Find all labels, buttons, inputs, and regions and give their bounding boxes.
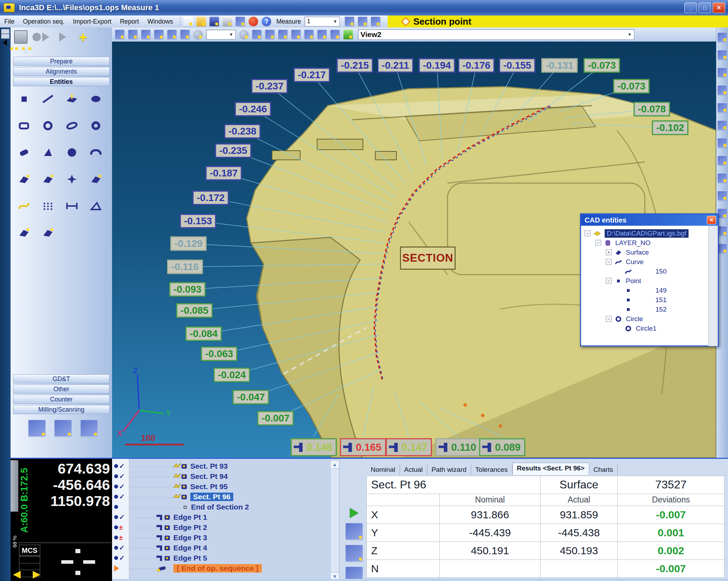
dock-handle-icon[interactable] bbox=[1, 34, 10, 39]
entity-angle-icon[interactable] bbox=[84, 197, 108, 215]
sequence-item[interactable]: ±Edge Pt 2 bbox=[112, 522, 340, 532]
entity-line-icon[interactable] bbox=[36, 90, 60, 108]
entity-point-vector-icon[interactable] bbox=[12, 170, 36, 188]
menu-operation-seq-[interactable]: Operation seq. bbox=[19, 17, 69, 27]
sequence-item[interactable]: ✓Edge Pt 1 bbox=[112, 512, 340, 522]
settings-gear-icon[interactable] bbox=[330, 30, 340, 39]
entity-star-icon[interactable] bbox=[60, 170, 84, 188]
collapse-icon[interactable]: − bbox=[585, 230, 591, 236]
entity-plane-icon[interactable] bbox=[60, 90, 84, 108]
run-icon[interactable] bbox=[59, 32, 66, 42]
results-tab-actual[interactable]: Actual bbox=[400, 464, 427, 475]
screen-capture-icon[interactable] bbox=[717, 226, 727, 236]
render-section-icon[interactable] bbox=[291, 30, 301, 39]
joystick-icon[interactable] bbox=[28, 420, 46, 437]
monitor-probe-icon[interactable] bbox=[252, 30, 262, 39]
chevron-down-icon[interactable]: ▼ bbox=[229, 32, 233, 37]
chevron-down-icon[interactable]: ▼ bbox=[628, 32, 632, 37]
entity-patch-icon[interactable] bbox=[12, 224, 36, 242]
close-button[interactable]: ✕ bbox=[712, 2, 725, 13]
add-icon[interactable]: + bbox=[79, 32, 87, 42]
cad-tree-item[interactable]: −Curve bbox=[581, 257, 718, 267]
new-document-icon[interactable] bbox=[183, 17, 193, 26]
print-icon[interactable] bbox=[222, 17, 232, 26]
entity-sphere-icon[interactable] bbox=[60, 144, 84, 161]
entity-edge-point-icon[interactable] bbox=[36, 170, 60, 188]
tab-alignments[interactable]: Alignments bbox=[13, 67, 110, 76]
coordinate-system-label[interactable]: MCS bbox=[19, 545, 40, 556]
results-tab-path-wizard[interactable]: Path wizard bbox=[427, 464, 471, 475]
entity-disc-icon[interactable] bbox=[84, 90, 108, 108]
collapse-panel-icon[interactable] bbox=[2, 39, 7, 46]
cad-tree-item[interactable]: 150 bbox=[581, 267, 718, 276]
calibration-icon[interactable] bbox=[235, 17, 245, 26]
select-plus-icon[interactable] bbox=[717, 85, 727, 95]
sheets-icon[interactable] bbox=[717, 208, 727, 218]
entity-circle-icon[interactable] bbox=[36, 117, 60, 135]
entity-point-icon[interactable] bbox=[12, 90, 36, 108]
select-probe-icon[interactable] bbox=[167, 30, 177, 39]
cad-tree-item[interactable]: −D:\Data\CAD\GPart.igs.bgf bbox=[581, 229, 718, 238]
transform-icon[interactable] bbox=[304, 30, 314, 39]
cube-view-icon[interactable] bbox=[717, 138, 727, 148]
select-window-icon[interactable] bbox=[717, 103, 727, 113]
emergency-stop-icon[interactable] bbox=[248, 17, 258, 26]
cad-tree-item[interactable]: −LAYER_NO bbox=[581, 238, 718, 248]
minimize-button[interactable]: _ bbox=[684, 2, 697, 13]
entity-mesh-icon[interactable] bbox=[36, 197, 60, 215]
view-selector-combo[interactable]: View2 ▼ bbox=[358, 29, 634, 40]
save-icon[interactable] bbox=[209, 17, 219, 26]
feature-ball-icon[interactable] bbox=[345, 523, 363, 540]
probe-device-icon[interactable] bbox=[54, 420, 72, 437]
sequence-item[interactable]: ✓Edge Pt 5 bbox=[112, 553, 340, 563]
tab-counter[interactable]: Counter bbox=[13, 395, 110, 404]
tab-entities[interactable]: Entities bbox=[13, 77, 110, 86]
cad-tree-item[interactable]: Circle1 bbox=[581, 324, 718, 333]
results-tab-charts[interactable]: Charts bbox=[589, 464, 618, 475]
cad-tree-item[interactable]: +Surface bbox=[581, 248, 718, 257]
sequence-item[interactable]: ✓Sect. Pt 95 bbox=[112, 481, 340, 492]
points-cloud-icon[interactable] bbox=[717, 244, 727, 254]
cad-tree-item[interactable]: −Point bbox=[581, 276, 718, 286]
cad-panel-titlebar[interactable]: CAD entities ✕ bbox=[581, 214, 718, 226]
open-file-icon[interactable] bbox=[196, 17, 206, 26]
sequence-item[interactable]: ✓Sect. Pt 93 bbox=[112, 461, 340, 471]
menu-file[interactable]: File bbox=[0, 17, 19, 27]
collapse-icon[interactable]: − bbox=[606, 316, 612, 322]
rotate-view-icon[interactable] bbox=[317, 30, 327, 39]
help-icon[interactable]: ? bbox=[261, 17, 271, 26]
entity-ring-icon[interactable] bbox=[84, 117, 108, 135]
dock-handle-icon[interactable] bbox=[1, 29, 10, 34]
tab-prepare[interactable]: Prepare bbox=[13, 57, 110, 66]
tab-gd-t[interactable]: GD&T bbox=[13, 374, 110, 383]
results-tab-tolerances[interactable]: Tolerances bbox=[471, 464, 512, 475]
shaded-cone-icon[interactable] bbox=[717, 191, 727, 201]
nav-back-icon[interactable] bbox=[193, 30, 203, 39]
cmm-axes-alt-icon[interactable] bbox=[141, 30, 151, 39]
render-textured-icon[interactable] bbox=[278, 30, 288, 39]
entity-torus-icon[interactable] bbox=[84, 144, 108, 161]
collapse-icon[interactable]: − bbox=[606, 259, 612, 265]
probe-icon[interactable] bbox=[345, 17, 354, 26]
sequence-item[interactable]: ✓Edge Pt 4 bbox=[112, 543, 340, 553]
cad-tree-item[interactable]: 152 bbox=[581, 305, 718, 314]
move-axes-icon[interactable] bbox=[717, 68, 727, 77]
record-icon[interactable] bbox=[32, 32, 49, 42]
close-icon[interactable]: ✕ bbox=[707, 216, 716, 224]
results-tab-results-sect-pt-96-[interactable]: Results <Sect. Pt 96> bbox=[512, 463, 589, 475]
sequence-item[interactable]: End of Section 2 bbox=[112, 502, 340, 512]
cad-tree-item[interactable]: 151 bbox=[581, 295, 718, 305]
lock-icon[interactable] bbox=[343, 30, 353, 39]
entity-ellipse-icon[interactable] bbox=[60, 117, 84, 135]
database-icon[interactable] bbox=[371, 17, 381, 26]
cad-tree-item[interactable]: 149 bbox=[581, 286, 718, 295]
entity-cone-icon[interactable] bbox=[36, 144, 60, 161]
cad-tree-item[interactable]: −Circle bbox=[581, 314, 718, 324]
entity-cylinder-icon[interactable] bbox=[12, 144, 36, 161]
menu-report[interactable]: Report bbox=[116, 17, 143, 27]
select-entity-icon[interactable] bbox=[717, 173, 727, 183]
menu-windows[interactable]: Windows bbox=[143, 17, 177, 27]
results-tab-nominal[interactable]: Nominal bbox=[366, 464, 400, 475]
dark-view-icon[interactable] bbox=[154, 30, 164, 39]
select-probe-gray-icon[interactable] bbox=[180, 30, 190, 39]
